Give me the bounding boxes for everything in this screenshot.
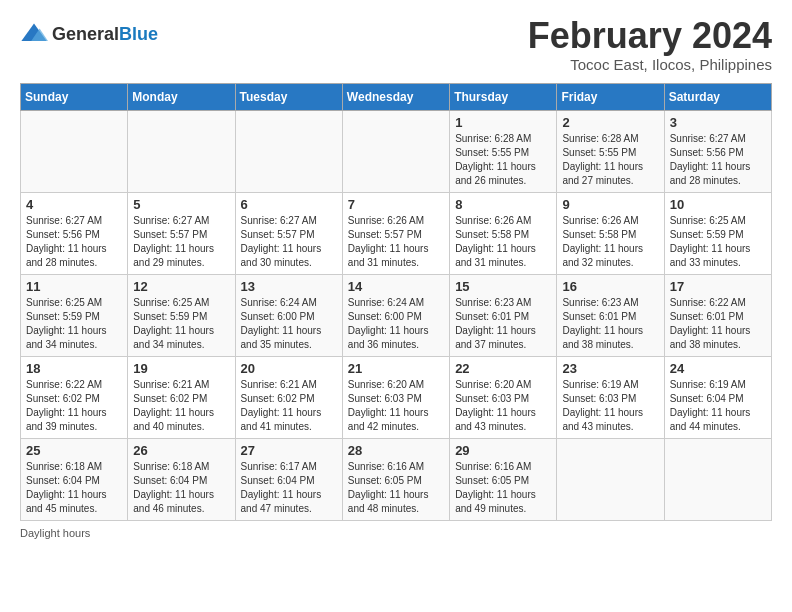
- day-number: 8: [455, 197, 551, 212]
- day-info: Sunrise: 6:27 AM Sunset: 5:57 PM Dayligh…: [241, 214, 337, 270]
- day-header-sunday: Sunday: [21, 83, 128, 110]
- day-number: 27: [241, 443, 337, 458]
- day-number: 25: [26, 443, 122, 458]
- day-number: 13: [241, 279, 337, 294]
- day-info: Sunrise: 6:19 AM Sunset: 6:04 PM Dayligh…: [670, 378, 766, 434]
- day-number: 16: [562, 279, 658, 294]
- week-row-1: 1Sunrise: 6:28 AM Sunset: 5:55 PM Daylig…: [21, 110, 772, 192]
- day-info: Sunrise: 6:24 AM Sunset: 6:00 PM Dayligh…: [348, 296, 444, 352]
- calendar-cell: [664, 438, 771, 520]
- day-number: 22: [455, 361, 551, 376]
- calendar-cell: 15Sunrise: 6:23 AM Sunset: 6:01 PM Dayli…: [450, 274, 557, 356]
- calendar-cell: 18Sunrise: 6:22 AM Sunset: 6:02 PM Dayli…: [21, 356, 128, 438]
- day-info: Sunrise: 6:19 AM Sunset: 6:03 PM Dayligh…: [562, 378, 658, 434]
- day-number: 1: [455, 115, 551, 130]
- day-info: Sunrise: 6:17 AM Sunset: 6:04 PM Dayligh…: [241, 460, 337, 516]
- day-info: Sunrise: 6:16 AM Sunset: 6:05 PM Dayligh…: [455, 460, 551, 516]
- calendar-cell: 8Sunrise: 6:26 AM Sunset: 5:58 PM Daylig…: [450, 192, 557, 274]
- calendar-cell: 7Sunrise: 6:26 AM Sunset: 5:57 PM Daylig…: [342, 192, 449, 274]
- day-header-thursday: Thursday: [450, 83, 557, 110]
- day-number: 20: [241, 361, 337, 376]
- logo-icon: [20, 20, 48, 48]
- day-number: 12: [133, 279, 229, 294]
- header-row: SundayMondayTuesdayWednesdayThursdayFrid…: [21, 83, 772, 110]
- calendar-cell: 12Sunrise: 6:25 AM Sunset: 5:59 PM Dayli…: [128, 274, 235, 356]
- calendar-cell: 4Sunrise: 6:27 AM Sunset: 5:56 PM Daylig…: [21, 192, 128, 274]
- logo: GeneralBlue: [20, 20, 158, 48]
- day-info: Sunrise: 6:26 AM Sunset: 5:58 PM Dayligh…: [455, 214, 551, 270]
- calendar-cell: 6Sunrise: 6:27 AM Sunset: 5:57 PM Daylig…: [235, 192, 342, 274]
- day-info: Sunrise: 6:22 AM Sunset: 6:01 PM Dayligh…: [670, 296, 766, 352]
- calendar-cell: 9Sunrise: 6:26 AM Sunset: 5:58 PM Daylig…: [557, 192, 664, 274]
- day-info: Sunrise: 6:25 AM Sunset: 5:59 PM Dayligh…: [133, 296, 229, 352]
- header: GeneralBlue February 2024 Tococ East, Il…: [20, 16, 772, 73]
- day-number: 21: [348, 361, 444, 376]
- calendar-cell: 14Sunrise: 6:24 AM Sunset: 6:00 PM Dayli…: [342, 274, 449, 356]
- day-info: Sunrise: 6:26 AM Sunset: 5:57 PM Dayligh…: [348, 214, 444, 270]
- day-number: 23: [562, 361, 658, 376]
- day-info: Sunrise: 6:23 AM Sunset: 6:01 PM Dayligh…: [562, 296, 658, 352]
- calendar-cell: 19Sunrise: 6:21 AM Sunset: 6:02 PM Dayli…: [128, 356, 235, 438]
- calendar-cell: 22Sunrise: 6:20 AM Sunset: 6:03 PM Dayli…: [450, 356, 557, 438]
- day-number: 5: [133, 197, 229, 212]
- day-info: Sunrise: 6:21 AM Sunset: 6:02 PM Dayligh…: [133, 378, 229, 434]
- day-info: Sunrise: 6:24 AM Sunset: 6:00 PM Dayligh…: [241, 296, 337, 352]
- week-row-2: 4Sunrise: 6:27 AM Sunset: 5:56 PM Daylig…: [21, 192, 772, 274]
- day-number: 29: [455, 443, 551, 458]
- calendar-cell: 13Sunrise: 6:24 AM Sunset: 6:00 PM Dayli…: [235, 274, 342, 356]
- day-number: 4: [26, 197, 122, 212]
- calendar-cell: 11Sunrise: 6:25 AM Sunset: 5:59 PM Dayli…: [21, 274, 128, 356]
- day-number: 14: [348, 279, 444, 294]
- week-row-5: 25Sunrise: 6:18 AM Sunset: 6:04 PM Dayli…: [21, 438, 772, 520]
- calendar-table: SundayMondayTuesdayWednesdayThursdayFrid…: [20, 83, 772, 521]
- calendar-cell: 21Sunrise: 6:20 AM Sunset: 6:03 PM Dayli…: [342, 356, 449, 438]
- calendar-cell: 5Sunrise: 6:27 AM Sunset: 5:57 PM Daylig…: [128, 192, 235, 274]
- sub-title: Tococ East, Ilocos, Philippines: [528, 56, 772, 73]
- day-info: Sunrise: 6:27 AM Sunset: 5:56 PM Dayligh…: [26, 214, 122, 270]
- main-title: February 2024: [528, 16, 772, 56]
- calendar-cell: 1Sunrise: 6:28 AM Sunset: 5:55 PM Daylig…: [450, 110, 557, 192]
- calendar-cell: 26Sunrise: 6:18 AM Sunset: 6:04 PM Dayli…: [128, 438, 235, 520]
- calendar-cell: 25Sunrise: 6:18 AM Sunset: 6:04 PM Dayli…: [21, 438, 128, 520]
- day-info: Sunrise: 6:16 AM Sunset: 6:05 PM Dayligh…: [348, 460, 444, 516]
- calendar-cell: 27Sunrise: 6:17 AM Sunset: 6:04 PM Dayli…: [235, 438, 342, 520]
- day-number: 28: [348, 443, 444, 458]
- day-info: Sunrise: 6:27 AM Sunset: 5:56 PM Dayligh…: [670, 132, 766, 188]
- day-number: 18: [26, 361, 122, 376]
- calendar-cell: 10Sunrise: 6:25 AM Sunset: 5:59 PM Dayli…: [664, 192, 771, 274]
- day-header-monday: Monday: [128, 83, 235, 110]
- calendar-cell: [128, 110, 235, 192]
- day-header-wednesday: Wednesday: [342, 83, 449, 110]
- day-number: 24: [670, 361, 766, 376]
- day-number: 19: [133, 361, 229, 376]
- calendar-cell: [342, 110, 449, 192]
- calendar-cell: 24Sunrise: 6:19 AM Sunset: 6:04 PM Dayli…: [664, 356, 771, 438]
- day-info: Sunrise: 6:18 AM Sunset: 6:04 PM Dayligh…: [26, 460, 122, 516]
- day-info: Sunrise: 6:25 AM Sunset: 5:59 PM Dayligh…: [26, 296, 122, 352]
- footer-note: Daylight hours: [20, 527, 772, 539]
- calendar-cell: 3Sunrise: 6:27 AM Sunset: 5:56 PM Daylig…: [664, 110, 771, 192]
- day-number: 6: [241, 197, 337, 212]
- calendar-cell: [557, 438, 664, 520]
- calendar-cell: 23Sunrise: 6:19 AM Sunset: 6:03 PM Dayli…: [557, 356, 664, 438]
- day-info: Sunrise: 6:28 AM Sunset: 5:55 PM Dayligh…: [455, 132, 551, 188]
- day-info: Sunrise: 6:25 AM Sunset: 5:59 PM Dayligh…: [670, 214, 766, 270]
- day-info: Sunrise: 6:27 AM Sunset: 5:57 PM Dayligh…: [133, 214, 229, 270]
- calendar-cell: 16Sunrise: 6:23 AM Sunset: 6:01 PM Dayli…: [557, 274, 664, 356]
- day-header-tuesday: Tuesday: [235, 83, 342, 110]
- day-info: Sunrise: 6:26 AM Sunset: 5:58 PM Dayligh…: [562, 214, 658, 270]
- day-number: 15: [455, 279, 551, 294]
- logo-text-blue: Blue: [119, 24, 158, 44]
- day-number: 2: [562, 115, 658, 130]
- calendar-cell: [21, 110, 128, 192]
- calendar-cell: 17Sunrise: 6:22 AM Sunset: 6:01 PM Dayli…: [664, 274, 771, 356]
- calendar-cell: 29Sunrise: 6:16 AM Sunset: 6:05 PM Dayli…: [450, 438, 557, 520]
- day-number: 11: [26, 279, 122, 294]
- day-info: Sunrise: 6:20 AM Sunset: 6:03 PM Dayligh…: [455, 378, 551, 434]
- day-info: Sunrise: 6:21 AM Sunset: 6:02 PM Dayligh…: [241, 378, 337, 434]
- day-number: 7: [348, 197, 444, 212]
- day-info: Sunrise: 6:23 AM Sunset: 6:01 PM Dayligh…: [455, 296, 551, 352]
- logo-text-general: General: [52, 24, 119, 44]
- day-number: 10: [670, 197, 766, 212]
- day-number: 3: [670, 115, 766, 130]
